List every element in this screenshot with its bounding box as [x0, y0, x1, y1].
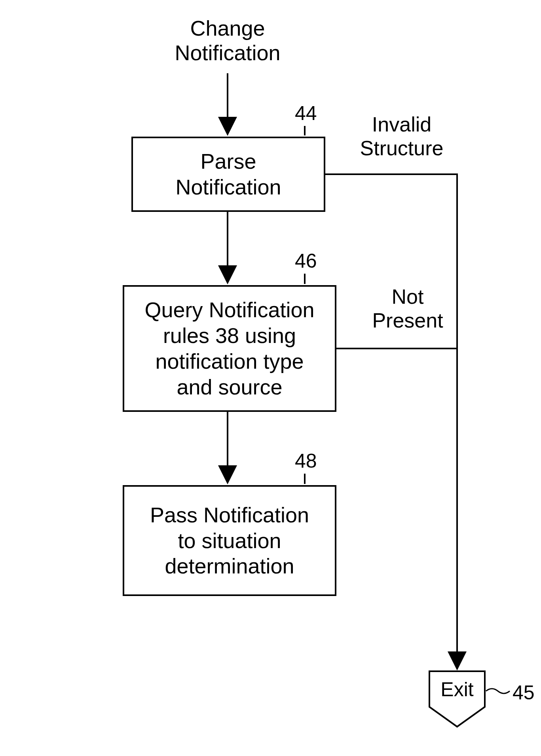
box-parse-notification: Parse Notification [131, 137, 325, 212]
exit-terminator-text: Exit [437, 678, 477, 701]
box-pass-notification: Pass Notification to situation determina… [123, 485, 336, 596]
ref-45: 45 [513, 681, 535, 704]
box-pass-notification-text: Pass Notification to situation determina… [150, 502, 309, 579]
label-not-present: Not Present [356, 285, 459, 333]
ref-46: 46 [295, 249, 317, 272]
box-query-notification: Query Notification rules 38 using notifi… [123, 285, 336, 412]
tick-48 [304, 474, 306, 484]
box-query-notification-text: Query Notification rules 38 using notifi… [144, 297, 314, 400]
label-invalid-structure: Invalid Structure [342, 113, 461, 160]
box-parse-notification-text: Parse Notification [175, 149, 281, 200]
ref-48: 48 [295, 449, 317, 472]
start-label: Change Notification [135, 16, 321, 65]
ref-44: 44 [295, 102, 317, 125]
tick-46 [304, 274, 306, 284]
tick-44 [304, 126, 306, 135]
